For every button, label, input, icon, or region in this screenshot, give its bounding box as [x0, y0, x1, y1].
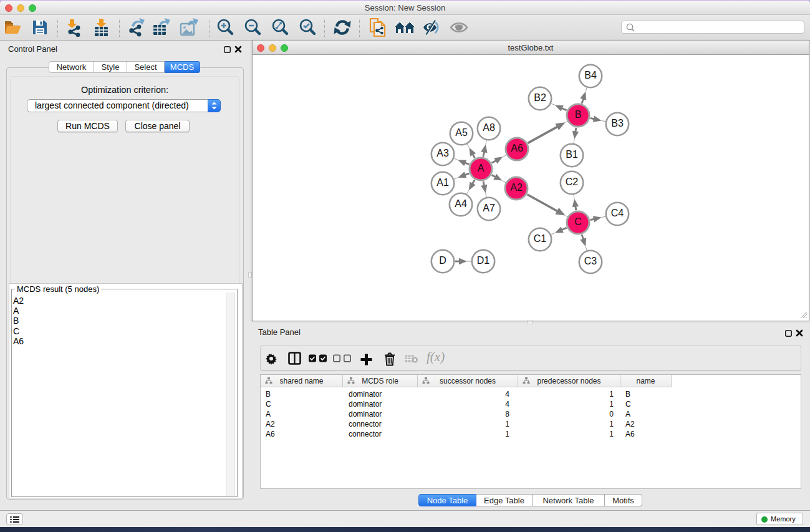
svg-text:B2: B2 — [534, 92, 546, 103]
svg-text:A8: A8 — [483, 122, 495, 133]
svg-text:D: D — [439, 255, 446, 266]
svg-text:C2: C2 — [566, 177, 579, 187]
svg-text:A: A — [478, 163, 485, 173]
svg-text:A3: A3 — [436, 148, 449, 158]
svg-text:B4: B4 — [584, 70, 597, 80]
svg-text:A1: A1 — [436, 177, 449, 188]
svg-text:A7: A7 — [483, 203, 495, 213]
svg-text:C1: C1 — [534, 233, 547, 244]
svg-text:A4: A4 — [455, 198, 467, 209]
svg-text:B3: B3 — [611, 118, 624, 128]
svg-text:C4: C4 — [611, 208, 624, 218]
svg-text:C3: C3 — [584, 256, 597, 266]
svg-text:A6: A6 — [511, 143, 523, 153]
svg-text:C: C — [574, 216, 582, 227]
svg-text:A5: A5 — [455, 127, 468, 138]
svg-text:B: B — [575, 109, 582, 120]
svg-text:B1: B1 — [566, 149, 578, 160]
svg-text:A2: A2 — [510, 182, 523, 193]
svg-text:D1: D1 — [477, 255, 490, 266]
